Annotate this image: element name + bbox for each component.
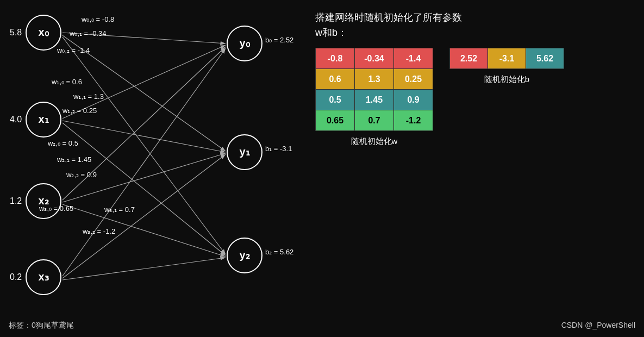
- bias-label: 随机初始化b: [449, 74, 564, 85]
- w00: -0.8: [316, 48, 355, 69]
- b1-label: b₁ = -3.1: [265, 145, 292, 153]
- info-title-line1: 搭建网络时随机初始化了所有参数: [315, 11, 620, 24]
- b1: -3.1: [488, 48, 526, 69]
- w12-label: w₁,₂ = 0.25: [62, 107, 97, 115]
- w20: 0.5: [316, 90, 355, 110]
- svg-line-6: [62, 123, 226, 255]
- w21-label: w₂,₁ = 1.45: [57, 155, 91, 164]
- w31: 0.7: [355, 110, 394, 131]
- w01: -0.34: [355, 48, 394, 69]
- w22-label: w₂,₂ = 0.9: [66, 171, 97, 179]
- w20-label: w₂,₀ = 0.5: [47, 139, 78, 147]
- weight-row-0: -0.8 -0.34 -1.4: [316, 48, 433, 69]
- b0-label: b₀ = 2.52: [265, 36, 293, 44]
- w11-label: w₁,₁ = 1.3: [73, 92, 104, 101]
- svg-text:x₁: x₁: [38, 113, 48, 125]
- x1-value: 4.0: [10, 115, 22, 124]
- weight-row-1: 0.6 1.3 0.25: [316, 69, 433, 90]
- x0-value: 5.8: [10, 28, 22, 37]
- bias-table: 2.52 -3.1 5.62: [449, 48, 564, 69]
- weight-row-2: 0.5 1.45 0.9: [316, 90, 433, 110]
- info-title-line2: w和b：: [315, 26, 620, 39]
- svg-line-5: [62, 121, 226, 152]
- svg-line-12: [62, 258, 226, 280]
- bias-vector-container: 2.52 -3.1 5.62 随机初始化b: [449, 48, 564, 85]
- w22: 0.9: [394, 90, 433, 110]
- footer-left: 标签：0狗尾草鸢尾: [9, 321, 74, 330]
- w32-label: w₃,₂ = -1.2: [82, 227, 115, 235]
- svg-text:y₂: y₂: [239, 249, 249, 261]
- bottom-bar: 标签：0狗尾草鸢尾 CSDN @_PowerShell: [9, 321, 635, 330]
- w32: -1.2: [394, 110, 433, 131]
- x3-value: 0.2: [10, 272, 22, 282]
- w30-label: w₃,₀ = 0.65: [39, 204, 73, 213]
- footer-right: CSDN @_PowerShell: [561, 321, 635, 330]
- svg-text:x₀: x₀: [38, 26, 49, 38]
- svg-text:x₃: x₃: [38, 271, 48, 283]
- weight-row-3: 0.65 0.7 -1.2: [316, 110, 433, 131]
- w31-label: w₃,₁ = 0.7: [104, 205, 135, 214]
- tables-row: -0.8 -0.34 -1.4 0.6 1.3 0.25 0.5 1.45 0.…: [315, 48, 620, 147]
- svg-text:y₀: y₀: [239, 37, 250, 49]
- w02-label: w₀,₂ = -1.4: [57, 46, 90, 54]
- b0: 2.52: [450, 48, 488, 69]
- weight-table: -0.8 -0.34 -1.4 0.6 1.3 0.25 0.5 1.45 0.…: [315, 48, 433, 131]
- x2-value: 1.2: [10, 196, 22, 205]
- w30: 0.65: [316, 110, 355, 131]
- w00-label: w₀,₀ = -0.8: [81, 15, 114, 23]
- bias-row: 2.52 -3.1 5.62: [450, 48, 564, 69]
- w21: 1.45: [355, 90, 394, 110]
- b2-label: b₂ = 5.62: [265, 248, 293, 256]
- svg-text:y₁: y₁: [239, 146, 249, 158]
- w11: 1.3: [355, 69, 394, 90]
- b2: 5.62: [526, 48, 564, 69]
- w10: 0.6: [316, 69, 355, 90]
- weight-label: 随机初始化w: [315, 136, 433, 147]
- w02: -1.4: [394, 48, 433, 69]
- w10-label: w₁,₀ = 0.6: [51, 78, 82, 86]
- network-diagram: 5.8 x₀ 4.0 x₁ 1.2 x₂ 0.2 x₃ y₀ b₀ = 2.52…: [0, 0, 304, 326]
- w12: 0.25: [394, 69, 433, 90]
- info-panel: 搭建网络时随机初始化了所有参数 w和b： -0.8 -0.34 -1.4 0.6…: [315, 11, 620, 147]
- weight-matrix-container: -0.8 -0.34 -1.4 0.6 1.3 0.25 0.5 1.45 0.…: [315, 48, 433, 147]
- w01-label: w₀,₁ = -0.34: [69, 29, 106, 38]
